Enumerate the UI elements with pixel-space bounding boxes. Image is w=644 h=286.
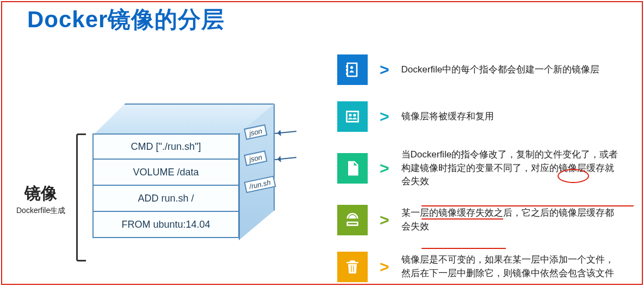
point-row: > 某一层的镜像缓存失效之后，它之后的镜像层缓存都会失效 [337, 205, 636, 235]
point-text: 镜像层将被缓存和复用 [401, 110, 494, 124]
layer-stack: CMD ["./run.sh"] VOLUME /data ADD run.sh… [92, 87, 272, 267]
chevron-right-icon: > [380, 107, 389, 126]
contact-book-icon [337, 54, 368, 85]
point-row: > Dockerfile中的每个指令都会创建一个新的镜像层 [337, 54, 636, 85]
trash-icon [337, 252, 368, 282]
layer-from: FROM ubuntu:14.04 [92, 212, 239, 238]
point-row: > 镜像层是不可变的，如果在某一层中添加一个文件，然后在下一层中删除它，则镜像中… [337, 252, 636, 282]
slide-title: Docker镜像的分层 [27, 4, 225, 35]
point-row: > 当Dockerfile的指令修改了，复制的文件变化了，或者构建镜像时指定的变… [337, 148, 636, 188]
point-text: 镜像层是不可变的，如果在某一层中添加一个文件，然后在下一层中删除它，则镜像中依然… [401, 253, 619, 280]
document-icon [337, 153, 368, 184]
chevron-right-icon: > [380, 159, 389, 178]
chevron-right-icon: > [380, 258, 389, 276]
stack-layers: CMD ["./run.sh"] VOLUME /data ADD run.sh… [92, 133, 239, 238]
chevron-right-icon: > [380, 211, 389, 229]
layer-add: ADD run.sh / [92, 186, 239, 212]
points-list: > Dockerfile中的每个指令都会创建一个新的镜像层 > 镜像层将被缓存和… [337, 54, 636, 286]
stack-side-label-small: Dockerfile生成 [16, 206, 65, 216]
point-text: Dockerfile中的每个指令都会创建一个新的镜像层 [401, 63, 600, 77]
curly-bracket [76, 133, 86, 261]
layer-stack-figure: 镜像 Dockerfile生成 CMD ["./run.sh"] VOLUME … [16, 87, 326, 272]
chevron-right-icon: > [380, 60, 389, 79]
arrow-left-icon [275, 157, 296, 160]
globe-monitor-icon [337, 205, 368, 235]
stack-side-label: 镜像 Dockerfile生成 [16, 182, 65, 216]
point-text: 当Dockerfile的指令修改了，复制的文件变化了，或者构建镜像时指定的变量不… [401, 148, 619, 188]
layer-volume: VOLUME /data [92, 160, 239, 186]
layer-cmd: CMD ["./run.sh"] [92, 133, 239, 160]
point-text: 某一层的镜像缓存失效之后，它之后的镜像层缓存都会失效 [401, 206, 619, 233]
stack-side-label-big: 镜像 [16, 182, 65, 205]
photo-people-icon [337, 101, 368, 132]
point-row: > 镜像层将被缓存和复用 [337, 101, 636, 132]
